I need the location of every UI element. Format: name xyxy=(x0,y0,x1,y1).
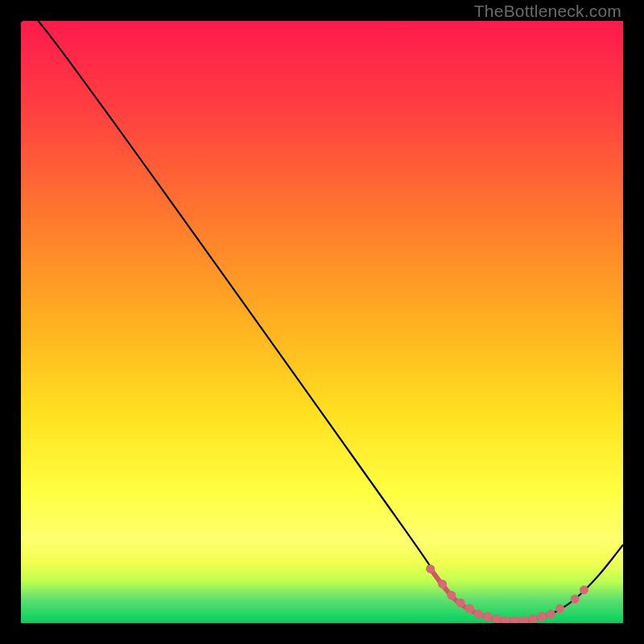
marker-dot xyxy=(538,612,547,621)
marker-dot xyxy=(483,612,492,621)
marker-dot xyxy=(502,616,510,623)
marker-dot xyxy=(571,595,580,604)
marker-dot xyxy=(528,614,537,623)
marker-dot xyxy=(465,604,474,613)
chart-svg xyxy=(21,21,623,623)
marker-dot xyxy=(555,604,564,613)
marker-dot xyxy=(492,614,501,623)
attribution-text: TheBottleneck.com xyxy=(474,2,621,21)
marker-dot xyxy=(474,609,483,618)
curve-line xyxy=(21,21,623,621)
marker-dot xyxy=(456,598,465,607)
marker-dot xyxy=(426,564,435,573)
chart-container: TheBottleneck.com xyxy=(0,0,644,644)
marker-dot xyxy=(510,616,519,623)
marker-dot xyxy=(580,585,588,594)
marker-dot xyxy=(438,580,447,588)
marker-dot xyxy=(547,609,555,618)
marker-dot xyxy=(447,591,456,600)
marker-dot xyxy=(519,616,528,623)
